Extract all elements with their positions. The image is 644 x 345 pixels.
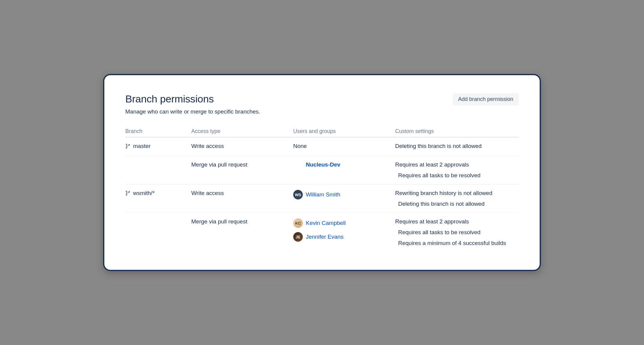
custom-settings: Rewriting branch history is not allowedD…: [395, 190, 519, 207]
table-header-row: Branch Access type Users and groups Cust…: [125, 128, 519, 137]
user-list: WSWilliam Smith: [293, 190, 395, 199]
column-header-custom: Custom settings: [395, 128, 519, 134]
add-branch-permission-button[interactable]: Add branch permission: [453, 93, 519, 105]
branch-name-cell: path{fill:none;stroke:#6B778C;stroke-wid…: [125, 143, 191, 150]
permission-row: Merge via pull requestNucleus-DevRequire…: [125, 156, 519, 184]
setting-item: Requires at least 2 approvals: [395, 218, 519, 225]
setting-item: Requires a minimum of 4 successful build…: [395, 240, 519, 246]
setting-item: Requires at least 2 approvals: [395, 161, 519, 168]
user-item: JEJennifer Evans: [293, 232, 395, 242]
page-subtitle: Manage who can write or merge to specifi…: [125, 108, 519, 115]
access-type: Write access: [191, 143, 293, 150]
avatar: KC: [293, 218, 303, 228]
setting-item: Requires all tasks to be resolved: [395, 229, 519, 236]
user-link[interactable]: Jennifer Evans: [306, 234, 344, 240]
card-header: Branch permissions Add branch permission: [125, 93, 519, 105]
user-item: WSWilliam Smith: [293, 190, 395, 199]
user-list: KCKevin CampbellJEJennifer Evans: [293, 218, 395, 242]
setting-list: Rewriting branch history is not allowedD…: [395, 190, 519, 207]
users-and-groups: WSWilliam Smith: [293, 190, 395, 207]
branch-icon: path{fill:none;stroke:#6B778C;stroke-wid…: [125, 190, 131, 197]
custom-settings: Deleting this branch is not allowed: [395, 143, 519, 150]
user-link[interactable]: Kevin Campbell: [306, 220, 346, 226]
branch-name-cell: path{fill:none;stroke:#6B778C;stroke-wid…: [125, 190, 191, 197]
access-type: Merge via pull request: [191, 161, 293, 179]
setting-item: Requires all tasks to be resolved: [395, 172, 519, 179]
branch-block: path{fill:none;stroke:#6B778C;stroke-wid…: [125, 137, 519, 184]
users-and-groups: KCKevin CampbellJEJennifer Evans: [293, 218, 395, 246]
column-header-access: Access type: [191, 128, 293, 134]
setting-item: Rewriting branch history is not allowed: [395, 190, 519, 196]
users-and-groups: Nucleus-Dev: [293, 161, 395, 179]
setting-list: Requires at least 2 approvalsRequires al…: [395, 218, 519, 246]
permission-row: Merge via pull requestKCKevin CampbellJE…: [125, 213, 519, 252]
branch-name: master: [133, 143, 151, 149]
custom-settings: Requires at least 2 approvalsRequires al…: [395, 218, 519, 246]
user-item: KCKevin Campbell: [293, 218, 395, 228]
users-none-label: None: [293, 143, 307, 149]
users-and-groups: None: [293, 143, 395, 150]
permission-row: path{fill:none;stroke:#6B778C;stroke-wid…: [125, 137, 519, 156]
branch-list: path{fill:none;stroke:#6B778C;stroke-wid…: [125, 137, 519, 252]
access-type: Merge via pull request: [191, 218, 293, 246]
branch-block: path{fill:none;stroke:#6B778C;stroke-wid…: [125, 184, 519, 252]
setting-item: Deleting this branch is not allowed: [395, 143, 519, 149]
avatar: WS: [293, 190, 303, 199]
branch-name: wsmith/*: [133, 190, 155, 196]
column-header-users: Users and groups: [293, 128, 395, 134]
setting-list: Requires at least 2 approvalsRequires al…: [395, 161, 519, 179]
user-link[interactable]: William Smith: [306, 191, 340, 198]
branch-icon: path{fill:none;stroke:#6B778C;stroke-wid…: [125, 143, 131, 150]
access-type: Write access: [191, 190, 293, 207]
branch-permissions-card: Branch permissions Add branch permission…: [103, 74, 541, 271]
setting-list: Deleting this branch is not allowed: [395, 143, 519, 149]
page-title: Branch permissions: [125, 93, 214, 105]
setting-item: Deleting this branch is not allowed: [395, 201, 519, 207]
avatar: JE: [293, 232, 303, 242]
group-link[interactable]: Nucleus-Dev: [293, 161, 340, 168]
permission-row: path{fill:none;stroke:#6B778C;stroke-wid…: [125, 184, 519, 213]
column-header-branch: Branch: [125, 128, 191, 134]
custom-settings: Requires at least 2 approvalsRequires al…: [395, 161, 519, 179]
